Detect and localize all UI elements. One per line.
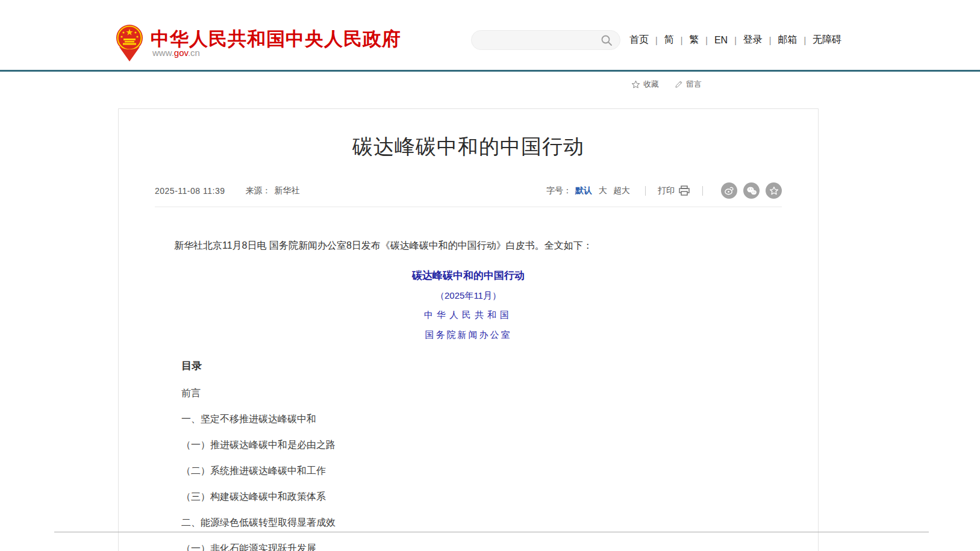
favorite-button[interactable]: 收藏 [631,79,659,90]
toc-item-section1-1: （一）推进碳达峰碳中和是必由之路 [181,438,782,451]
search-input[interactable] [481,31,596,49]
favorite-label: 收藏 [643,79,659,90]
site-url-prefix: www. [152,48,174,58]
share-more-button[interactable] [766,182,782,199]
nav-traditional[interactable]: 繁 [689,34,699,46]
font-size-label: 字号： [546,185,572,196]
share-wechat-button[interactable] [743,182,760,199]
share-star-icon [769,186,779,196]
print-button[interactable]: 打印 [658,185,690,196]
toc-item-section1-2: （二）系统推进碳达峰碳中和工作 [181,464,782,477]
toc-item-section1: 一、坚定不移推进碳达峰碳中和 [181,412,782,425]
top-nav: 首页| 简| 繁| EN| 登录| 邮箱| 无障碍 [629,34,841,46]
share-icons [715,182,782,199]
nav-separator: | [804,36,806,45]
doc-title: 碳达峰碳中和的中国行动 [155,269,782,282]
nav-separator: | [655,36,658,45]
wechat-icon [746,186,757,196]
nav-english[interactable]: EN [714,35,728,46]
nav-accessibility[interactable]: 无障碍 [813,34,841,46]
comment-label: 留言 [686,79,702,90]
search-icon[interactable] [601,34,613,46]
article-meta-row: 2025-11-08 11:39 来源： 新华社 字号： 默认 大 超大 打印 [155,182,782,199]
nav-mailbox[interactable]: 邮箱 [778,34,797,46]
table-of-contents: 目录 前言 一、坚定不移推进碳达峰碳中和 （一）推进碳达峰碳中和是必由之路 （二… [181,359,782,551]
doc-date: （2025年11月） [155,290,782,302]
pencil-icon [675,80,683,89]
font-size-xlarge[interactable]: 超大 [613,185,630,196]
intro-paragraph: 新华社北京11月8日电 国务院新闻办公室8日发布《碳达峰碳中和的中国行动》白皮书… [155,238,782,253]
nav-login[interactable]: 登录 [743,34,763,46]
source-value[interactable]: 新华社 [274,185,299,196]
meta-left: 2025-11-08 11:39 来源： 新华社 [155,185,299,196]
toc-title: 目录 [181,359,782,373]
weibo-icon [724,185,734,196]
toc-item-section1-3: （三）构建碳达峰碳中和政策体系 [181,490,782,503]
article-card: 碳达峰碳中和的中国行动 2025-11-08 11:39 来源： 新华社 字号：… [118,108,819,551]
nav-separator: | [681,36,683,45]
nav-home[interactable]: 首页 [629,34,649,46]
divider [645,186,646,196]
doc-org-line1: 中华人民共和国 [155,310,782,321]
toc-item-section2: 二、能源绿色低碳转型取得显著成效 [181,516,782,529]
toc-item-preface: 前言 [181,387,782,399]
font-size-large[interactable]: 大 [599,185,607,196]
nav-separator: | [705,36,708,45]
font-size-default[interactable]: 默认 [575,185,592,196]
comment-button[interactable]: 留言 [675,79,702,90]
site-header: 中华人民共和国中央人民政府 www.gov.cn 首页| 简| 繁| EN| 登… [0,0,980,72]
search-box [471,30,620,50]
share-weibo-button[interactable] [721,182,737,199]
doc-org-line2: 国务院新闻办公室 [155,329,782,341]
viewport-bottom-line [54,532,929,532]
publish-date: 2025-11-08 11:39 [155,186,225,196]
print-label: 打印 [658,185,675,196]
divider [702,186,703,196]
article-title: 碳达峰碳中和的中国行动 [155,133,782,161]
nav-separator: | [734,36,737,45]
site-url: www.gov.cn [152,48,200,58]
page-actions: 收藏 留言 [631,79,702,90]
site-url-suffix: .cn [188,48,200,58]
meta-right: 字号： 默认 大 超大 打印 [546,182,782,199]
meta-divider [155,207,782,207]
toc-item-section2-1: （一）非化石能源实现跃升发展 [181,542,782,551]
site-url-gov: gov [174,48,188,58]
nav-separator: | [769,36,772,45]
printer-icon [678,185,690,196]
star-icon [631,80,640,89]
national-emblem-logo [116,24,143,61]
nav-simplified[interactable]: 简 [664,34,674,46]
source-label: 来源： [245,185,270,196]
